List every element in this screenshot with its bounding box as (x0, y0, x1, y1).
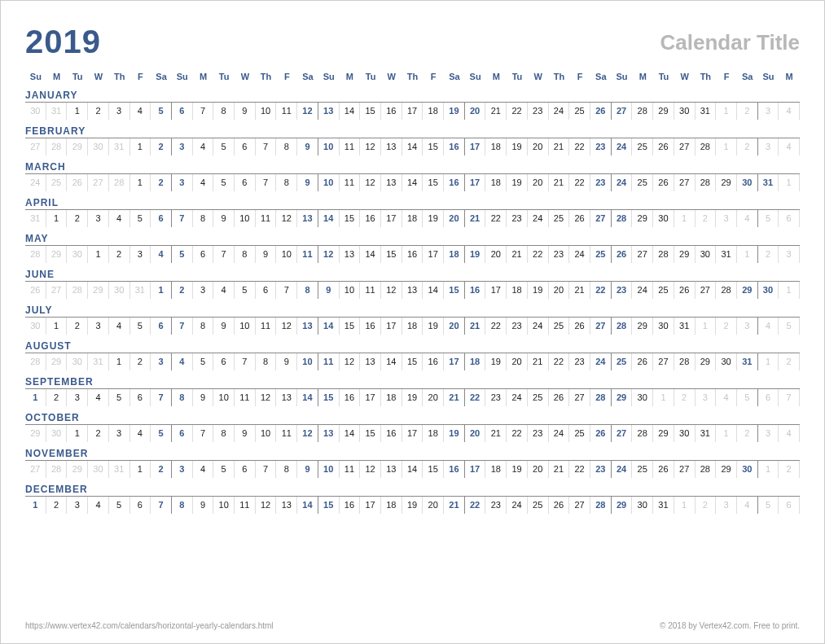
day-cell: 4 (779, 138, 800, 156)
day-cell: 2 (716, 318, 737, 335)
day-cell: 28 (25, 353, 46, 370)
day-cell: 4 (88, 497, 109, 514)
day-cell: 10 (213, 389, 235, 406)
month-name-label: SEPTEMBER (25, 376, 800, 389)
day-cell: 4 (716, 389, 737, 406)
day-cell: 11 (256, 318, 277, 335)
day-cell: 17 (360, 497, 381, 514)
day-row: 2425262728123456789101112131415161718192… (25, 174, 800, 191)
day-cell: 19 (444, 103, 465, 120)
day-cell: 27 (25, 138, 46, 156)
day-cell: 29 (88, 282, 109, 299)
day-cell: 2 (46, 497, 68, 514)
day-cell: 10 (256, 425, 277, 442)
day-cell: 30 (88, 138, 109, 156)
day-cell: 1 (758, 461, 779, 478)
day-cell: 8 (193, 210, 214, 227)
day-cell: 10 (297, 353, 318, 370)
day-cell: 13 (381, 138, 402, 156)
day-cell: 19 (507, 174, 528, 191)
day-cell: 3 (172, 138, 193, 156)
day-cell: 16 (381, 425, 402, 442)
day-cell: 5 (151, 425, 172, 442)
month-name-label: MARCH (25, 161, 800, 174)
day-cell: 8 (276, 461, 297, 478)
day-header-cell: M (779, 72, 800, 81)
day-cell: 3 (716, 210, 737, 227)
day-cell: 15 (402, 353, 423, 370)
day-cell: 25 (632, 174, 653, 191)
day-cell: 20 (444, 318, 465, 335)
day-cell: 31 (737, 353, 758, 370)
day-cell: 27 (88, 174, 109, 191)
month-name-label: APRIL (25, 197, 800, 210)
day-cell: 5 (779, 318, 800, 335)
month-block: AUGUST2829303112345678910111213141516171… (25, 340, 800, 370)
day-cell: 1 (130, 461, 151, 478)
day-cell: 25 (569, 103, 590, 120)
day-cell: 17 (381, 318, 402, 335)
day-cell: 3 (172, 174, 193, 191)
day-cell: 7 (235, 353, 256, 370)
day-header-cell: W (235, 72, 256, 81)
day-cell: 9 (256, 246, 277, 263)
day-cell: 17 (402, 425, 423, 442)
day-cell: 31 (88, 353, 109, 370)
day-cell: 30 (758, 282, 779, 299)
day-header-cell: F (716, 72, 737, 81)
day-cell: 2 (151, 138, 172, 156)
day-cell: 26 (25, 282, 46, 299)
day-cell: 15 (360, 103, 381, 120)
day-cell: 9 (193, 389, 214, 406)
day-cell: 6 (172, 103, 193, 120)
day-cell: 25 (46, 174, 68, 191)
day-header-cell: Sa (737, 72, 758, 81)
day-cell: 1 (46, 210, 68, 227)
day-cell: 26 (590, 103, 612, 120)
day-cell: 13 (318, 103, 340, 120)
day-cell: 30 (88, 461, 109, 478)
day-cell: 17 (423, 246, 444, 263)
day-cell: 14 (318, 318, 340, 335)
day-cell: 12 (297, 425, 318, 442)
day-cell: 21 (444, 389, 465, 406)
month-name-label: NOVEMBER (25, 448, 800, 461)
day-cell: 30 (632, 497, 653, 514)
day-cell: 3 (172, 461, 193, 478)
day-cell: 31 (696, 103, 717, 120)
day-cell: 28 (653, 246, 674, 263)
day-cell: 18 (485, 461, 507, 478)
day-cell: 6 (172, 425, 193, 442)
day-header-cell: M (193, 72, 214, 81)
month-block: DECEMBER12345678910111213141516171819202… (25, 484, 800, 514)
day-cell: 16 (381, 103, 402, 120)
day-cell: 13 (360, 353, 381, 370)
month-name-label: JANUARY (25, 90, 800, 103)
day-cell: 2 (779, 353, 800, 370)
day-cell: 21 (507, 246, 528, 263)
day-cell: 6 (193, 246, 214, 263)
day-cell: 21 (549, 138, 570, 156)
day-cell: 21 (465, 318, 486, 335)
day-cell: 6 (213, 353, 235, 370)
day-cell: 16 (444, 174, 465, 191)
day-cell: 20 (485, 246, 507, 263)
day-cell: 6 (779, 497, 800, 514)
day-cell: 27 (46, 282, 68, 299)
day-cell: 23 (528, 103, 549, 120)
day-cell: 30 (632, 389, 653, 406)
day-cell: 31 (25, 210, 46, 227)
day-cell: 30 (109, 282, 130, 299)
month-block: NOVEMBER27282930311234567891011121314151… (25, 448, 800, 478)
day-cell: 21 (485, 425, 507, 442)
day-cell: 19 (465, 246, 486, 263)
day-cell: 1 (653, 389, 674, 406)
day-cell: 4 (737, 210, 758, 227)
day-header-cell: Su (172, 72, 193, 81)
day-cell: 2 (674, 389, 696, 406)
day-cell: 6 (235, 138, 256, 156)
day-cell: 14 (318, 210, 340, 227)
day-cell: 16 (360, 318, 381, 335)
day-cell: 29 (674, 246, 696, 263)
calendar-page: 2019 Calendar Title SuMTuWThFSaSuMTuWThF… (1, 1, 824, 643)
